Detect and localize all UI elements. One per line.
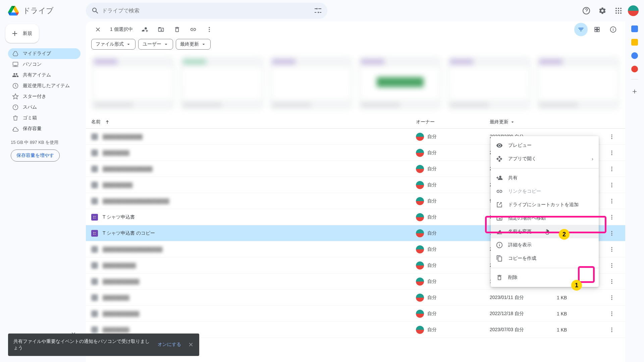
- search-input[interactable]: [102, 8, 311, 14]
- svg-point-59: [611, 313, 612, 314]
- sidebar-item-label: ゴミ箱: [23, 115, 37, 121]
- link-icon[interactable]: [186, 23, 200, 36]
- row-more-icon[interactable]: [605, 162, 619, 176]
- ctx-copy[interactable]: コピーを作成: [491, 252, 599, 265]
- modified-date: 2023/07/03 自分: [490, 327, 557, 333]
- svg-point-53: [611, 281, 612, 282]
- row-more-icon[interactable]: [605, 146, 619, 160]
- filter-chip[interactable]: ファイル形式: [91, 39, 136, 50]
- ctx-rename[interactable]: 名前を変更: [491, 225, 599, 238]
- storage-upgrade-button[interactable]: 保存容量を増やす: [11, 149, 60, 162]
- ctx-shortcut[interactable]: ドライブにショートカットを追加: [491, 198, 599, 212]
- row-more-icon[interactable]: [605, 291, 619, 304]
- share-icon[interactable]: [138, 23, 152, 36]
- sidebar-item-spam[interactable]: スパム: [8, 102, 80, 113]
- row-more-icon[interactable]: [605, 243, 619, 256]
- account-avatar[interactable]: [628, 5, 639, 16]
- filter-toggle-icon[interactable]: [574, 23, 588, 36]
- col-name-label[interactable]: 名前: [91, 119, 101, 125]
- owner-name: 自分: [427, 311, 437, 317]
- sidebar-item-storage[interactable]: 保存容量: [8, 123, 80, 134]
- file-name: █████████: [103, 182, 132, 188]
- row-more-icon[interactable]: [605, 323, 619, 337]
- file-name: T シャツ申込書 のコピー: [103, 230, 155, 236]
- row-more-icon[interactable]: [605, 275, 619, 288]
- ctx-info[interactable]: 詳細を表示: [491, 238, 599, 252]
- tasks-icon[interactable]: [631, 52, 638, 59]
- drive-logo-icon[interactable]: [7, 4, 20, 17]
- search-options-icon[interactable]: [311, 4, 325, 17]
- row-more-icon[interactable]: [605, 210, 619, 224]
- grid-view-icon[interactable]: [590, 23, 604, 36]
- settings-icon[interactable]: [596, 4, 609, 17]
- modified-date: 2023/01/11 自分: [490, 295, 557, 301]
- owner-name: 自分: [427, 214, 437, 220]
- delete-icon[interactable]: [170, 23, 184, 36]
- ctx-openwith[interactable]: アプリで開く›: [491, 152, 599, 166]
- more-actions-icon[interactable]: [203, 23, 216, 36]
- calendar-icon[interactable]: [631, 25, 638, 32]
- sidebar-item-trash[interactable]: ゴミ箱: [8, 113, 80, 123]
- ctx-label: ドライブにショートカットを追加: [508, 202, 579, 208]
- row-more-icon[interactable]: [605, 259, 619, 272]
- row-more-icon[interactable]: [605, 178, 619, 192]
- filter-chip[interactable]: ユーザー: [138, 39, 173, 50]
- notification-toast: 共有ファイルや重要なイベントの通知をパソコンで受け取りましょう オンにする: [8, 334, 199, 356]
- owner-name: 自分: [427, 166, 437, 172]
- cursor-icon: [544, 229, 550, 235]
- svg-rect-32: [93, 216, 94, 217]
- svg-rect-33: [94, 216, 96, 217]
- row-more-icon[interactable]: [605, 130, 619, 143]
- file-size: 1 KB: [557, 311, 604, 316]
- delete-icon: [496, 274, 503, 281]
- col-date-label[interactable]: 最終更新: [490, 119, 508, 125]
- owner-avatar: [416, 294, 424, 302]
- eye-icon: [496, 142, 503, 149]
- owner-avatar: [416, 197, 424, 205]
- sidebar-item-star[interactable]: スター付き: [8, 91, 80, 102]
- table-row[interactable]: ███████████自分2022/12/18 自分1 KB: [86, 306, 625, 322]
- clear-selection-icon[interactable]: [91, 23, 105, 36]
- keep-icon[interactable]: [631, 39, 638, 46]
- svg-point-25: [611, 170, 612, 171]
- table-row[interactable]: ████████自分2023/01/11 自分1 KB: [86, 290, 625, 306]
- sidebar-item-mydrive[interactable]: マイドライブ: [8, 48, 80, 59]
- suggestions-row: [86, 54, 625, 115]
- row-more-icon[interactable]: [605, 227, 619, 240]
- col-owner-label[interactable]: オーナー: [416, 119, 490, 125]
- annotation-badge-1: 1: [571, 280, 582, 291]
- svg-point-57: [611, 299, 612, 300]
- svg-point-20: [611, 150, 612, 152]
- sidebar-item-recent[interactable]: 最近使用したアイテム: [8, 80, 80, 91]
- ctx-delete[interactable]: 削除: [491, 271, 599, 284]
- owner-avatar: [416, 310, 424, 318]
- ctx-eye[interactable]: プレビュー: [491, 139, 599, 152]
- ctx-personadd[interactable]: 共有: [491, 171, 599, 185]
- file-name: ███████████: [103, 311, 139, 316]
- sidebar-item-label: マイドライブ: [23, 51, 51, 57]
- ctx-moveto[interactable]: 指定の場所へ移動: [491, 212, 599, 225]
- apps-icon[interactable]: [612, 4, 625, 17]
- filter-chip[interactable]: 最終更新: [176, 39, 211, 50]
- sidebar-item-computer[interactable]: パソコン: [8, 59, 80, 70]
- svg-point-27: [611, 184, 612, 185]
- row-more-icon[interactable]: [605, 194, 619, 208]
- row-more-icon[interactable]: [605, 307, 619, 320]
- contacts-icon[interactable]: [631, 66, 638, 72]
- help-icon[interactable]: [580, 4, 593, 17]
- move-icon[interactable]: [154, 23, 168, 36]
- file-icon: [91, 149, 98, 156]
- toast-action[interactable]: オンにする: [158, 342, 181, 348]
- search-icon[interactable]: [89, 4, 102, 17]
- svg-rect-41: [93, 234, 94, 234]
- sidebar-item-shared[interactable]: 共有アイテム: [8, 70, 80, 80]
- addons-icon[interactable]: [629, 86, 640, 97]
- svg-point-38: [611, 218, 612, 219]
- details-icon[interactable]: [606, 23, 620, 36]
- svg-point-5: [618, 10, 619, 11]
- svg-point-6: [620, 10, 622, 11]
- ctx-link[interactable]: リンクをコピー: [491, 185, 599, 198]
- new-button[interactable]: 新規: [5, 24, 39, 43]
- storage-text: 15 GB 中 897 KB を使用: [5, 139, 80, 145]
- toast-close-icon[interactable]: [188, 342, 194, 348]
